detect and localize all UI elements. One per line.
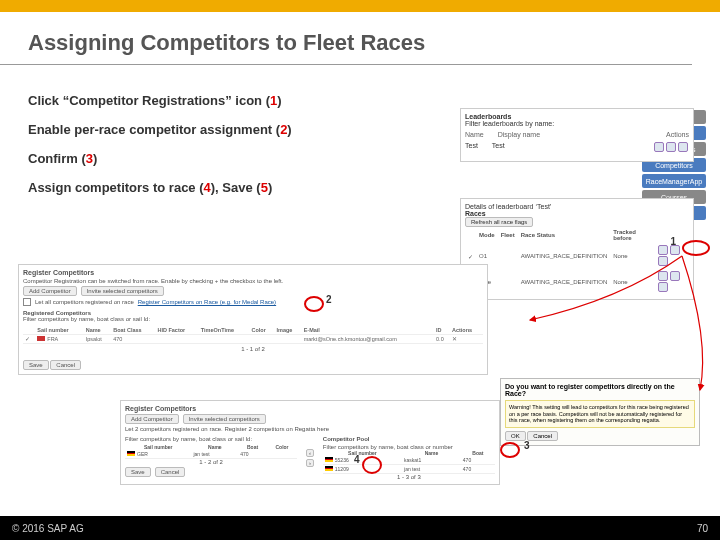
- callout-4: 4: [354, 454, 360, 465]
- leaderboards-panel: Leaderboards Filter leaderboards by name…: [460, 108, 694, 162]
- callout-1: 1: [670, 236, 676, 247]
- action-icon[interactable]: [666, 142, 676, 152]
- step-4: Assign competitors to race (4), Save (5): [28, 180, 720, 195]
- row-action-icon[interactable]: [658, 282, 668, 292]
- pager: 1 - 3 of 3: [323, 474, 495, 480]
- save-button[interactable]: Save: [125, 467, 151, 477]
- leaderboards-title: Leaderboards: [465, 113, 689, 120]
- register-on-race-link[interactable]: Register Competitors on Race (e.g. for M…: [138, 299, 276, 305]
- save-button[interactable]: Save: [23, 360, 49, 370]
- cancel-button[interactable]: Cancel: [155, 467, 186, 477]
- confirm-dialog: Do you want to register competitors dire…: [500, 378, 700, 446]
- row-action-icon[interactable]: [658, 271, 668, 281]
- page-number: 70: [697, 523, 708, 534]
- register-competitors-race-panel: Register Competitors Add Competitor Invi…: [120, 400, 500, 485]
- panel-title: Register Competitors: [23, 269, 483, 276]
- action-icon[interactable]: [654, 142, 664, 152]
- brand-bar: [0, 0, 720, 12]
- competitor-row[interactable]: GERjan test470: [125, 450, 297, 459]
- ok-button[interactable]: OK: [505, 431, 526, 441]
- race-row[interactable]: BlueAWAITING_RACE_DEFINITIONNone: [465, 269, 689, 295]
- per-race-checkbox[interactable]: [23, 298, 31, 306]
- race-row[interactable]: ✓O1AWAITING_RACE_DEFINITIONNone: [465, 243, 689, 269]
- copyright: © 2016 SAP AG: [12, 523, 84, 534]
- pager: 1 - 2 of 2: [125, 459, 297, 465]
- competitor-row[interactable]: ✓FRAIpsalot470markt@sOne.ch.kmontou@gmai…: [23, 335, 483, 344]
- row-action-icon[interactable]: [670, 271, 680, 281]
- dialog-warning: Warning! This setting will lead to compe…: [505, 400, 695, 428]
- add-competitor-button[interactable]: Add Competitor: [125, 414, 179, 424]
- callout-3: 3: [524, 440, 530, 451]
- assign-left-button[interactable]: ‹: [306, 449, 314, 457]
- races-panel: Details of leaderboard ‘Test’ Races Refr…: [460, 198, 694, 300]
- footer-bar: © 2016 SAP AG 70: [0, 516, 720, 540]
- assign-right-button[interactable]: ›: [306, 459, 314, 467]
- competitor-registrations-icon[interactable]: [658, 245, 668, 255]
- register-competitors-panel: Register Competitors Competitor Registra…: [18, 264, 488, 375]
- callout-2: 2: [326, 294, 332, 305]
- pool-row[interactable]: 55236kaskat1470: [323, 456, 495, 465]
- pool-row[interactable]: 11209jan test470: [323, 465, 495, 474]
- cancel-button[interactable]: Cancel: [50, 360, 81, 370]
- page-title: Assigning Competitors to Fleet Races: [0, 12, 692, 65]
- races-title: Details of leaderboard ‘Test’: [465, 203, 689, 210]
- pager: 1 - 1 of 2: [23, 346, 483, 352]
- refresh-button[interactable]: Refresh all race flags: [465, 217, 533, 227]
- dialog-title: Do you want to register competitors dire…: [505, 383, 695, 397]
- row-action-icon[interactable]: [658, 256, 668, 266]
- step-1: Click “Competitor Registrations” icon (1…: [28, 93, 720, 108]
- action-icon[interactable]: [678, 142, 688, 152]
- nav-racemanager[interactable]: RaceManagerApp: [642, 174, 706, 188]
- filter-label: Filter leaderboards by name:: [465, 120, 689, 127]
- leaderboard-row[interactable]: Test Test: [465, 142, 689, 153]
- cancel-button[interactable]: Cancel: [527, 431, 558, 441]
- invite-button[interactable]: Invite selected competitors: [81, 286, 164, 296]
- add-competitor-button[interactable]: Add Competitor: [23, 286, 77, 296]
- invite-button[interactable]: Invite selected competitors: [183, 414, 266, 424]
